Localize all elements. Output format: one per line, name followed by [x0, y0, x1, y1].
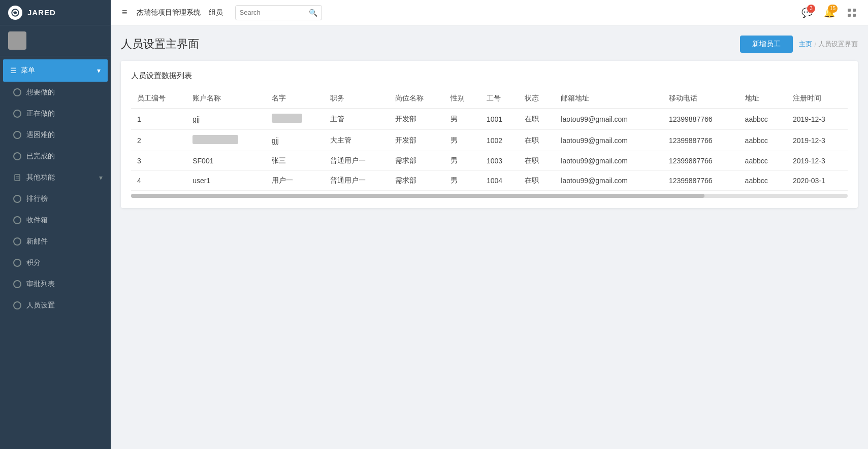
menu-icon: ☰	[10, 66, 17, 75]
hamburger-icon[interactable]: ≡	[119, 5, 131, 20]
nav-circle-icon	[13, 237, 21, 246]
table-cell: 在职	[519, 171, 555, 191]
nav-circle-icon	[13, 152, 21, 160]
sidebar-item-label: 想要做的	[26, 88, 55, 97]
table-cell: 需求部	[389, 171, 444, 191]
add-employee-button[interactable]: 新增员工	[740, 36, 793, 53]
sidebar-item-inbox[interactable]: 收件箱	[0, 210, 111, 231]
sidebar-item-other[interactable]: 其他功能 ▾	[0, 167, 111, 188]
table-cell: 开发部	[389, 130, 444, 151]
breadcrumb-current: 人员设置界面	[818, 40, 858, 49]
breadcrumb-home[interactable]: 主页	[799, 40, 812, 49]
table-cell: aabbcc	[739, 171, 787, 191]
chevron-down-icon: ▾	[97, 66, 101, 75]
sidebar-item-label: 正在做的	[26, 109, 55, 118]
table-cell: aabbcc	[739, 151, 787, 171]
page-title: 人员设置主界面	[121, 37, 199, 52]
search-input[interactable]	[240, 9, 306, 16]
svg-rect-5	[853, 9, 856, 12]
col-status: 状态	[519, 89, 555, 109]
app-logo	[8, 6, 22, 20]
sidebar-item-personnel[interactable]: 人员设置	[0, 295, 111, 316]
table-cell: 2019-12-3	[787, 109, 848, 130]
system-name: 杰瑞德项目管理系统	[137, 8, 201, 17]
table-row: 3SF001张三普通用户一需求部男1003在职laotou99@gmail.co…	[131, 151, 848, 171]
table-cell: 1002	[480, 130, 519, 151]
table-cell: 主管	[324, 109, 389, 130]
table-cell: 用户一	[266, 171, 324, 191]
table-cell: 2	[131, 130, 186, 151]
table-cell: 12399887766	[663, 109, 739, 130]
table-cell: gjj	[266, 130, 324, 151]
table-cell	[266, 109, 324, 130]
sidebar-item-label: 新邮件	[26, 237, 48, 246]
nav-circle-icon	[13, 280, 21, 288]
table-cell: 张三	[266, 151, 324, 171]
col-phone: 移动电话	[663, 89, 739, 109]
table-cell: 普通用户一	[324, 151, 389, 171]
topbar-nav-link[interactable]: 组员	[207, 8, 225, 17]
menu-header[interactable]: ☰ 菜单 ▾	[3, 59, 108, 82]
table-wrapper: 员工编号 账户名称 名字 职务 岗位名称 性别 工号 状态 邮箱地址 移动电话 …	[131, 89, 848, 198]
sidebar-item-label: 已完成的	[26, 152, 55, 161]
table-cell: 男	[444, 171, 480, 191]
svg-rect-7	[853, 14, 856, 17]
sidebar-header: JARED	[0, 0, 111, 25]
avatar	[8, 31, 26, 50]
sidebar-item-approval[interactable]: 审批列表	[0, 273, 111, 295]
sidebar-item-doing[interactable]: 正在做的	[0, 103, 111, 124]
col-name: 名字	[266, 89, 324, 109]
col-position: 岗位名称	[389, 89, 444, 109]
table-cell: gjj	[186, 109, 266, 130]
nav-circle-icon	[13, 88, 21, 96]
search-icon[interactable]: 🔍	[309, 9, 317, 17]
sidebar-item-new-mail[interactable]: 新邮件	[0, 231, 111, 252]
table-cell: 1	[131, 109, 186, 130]
sidebar-item-done[interactable]: 已完成的	[0, 146, 111, 167]
chevron-right-icon: ▾	[99, 174, 103, 182]
nav-circle-icon	[13, 259, 21, 267]
notification-badge: 3	[807, 5, 815, 13]
sidebar-item-want-to-do[interactable]: 想要做的	[0, 82, 111, 103]
table-row: 2gjj大主管开发部男1002在职laotou99@gmail.com12399…	[131, 130, 848, 151]
table-cell: 开发部	[389, 109, 444, 130]
sidebar-item-label: 积分	[26, 258, 41, 267]
breadcrumb-sep: /	[814, 41, 816, 48]
grid-icon-btn[interactable]	[844, 5, 860, 21]
col-reg-time: 注册时间	[787, 89, 848, 109]
table-cell: laotou99@gmail.com	[555, 109, 663, 130]
svg-rect-4	[848, 9, 851, 12]
notification-btn[interactable]: 💬 3	[799, 5, 815, 21]
table-cell: laotou99@gmail.com	[555, 171, 663, 191]
table-row: 4user1用户一普通用户一需求部男1004在职laotou99@gmail.c…	[131, 171, 848, 191]
table-cell: 2020-03-1	[787, 171, 848, 191]
col-num: 员工编号	[131, 89, 186, 109]
table-cell: 男	[444, 130, 480, 151]
table-row: 1gjj主管开发部男1001在职laotou99@gmail.com123998…	[131, 109, 848, 130]
sidebar-item-difficult[interactable]: 遇困难的	[0, 124, 111, 146]
col-work-id: 工号	[480, 89, 519, 109]
table-cell: 1003	[480, 151, 519, 171]
table-header-row: 员工编号 账户名称 名字 职务 岗位名称 性别 工号 状态 邮箱地址 移动电话 …	[131, 89, 848, 109]
breadcrumb: 主页 / 人员设置界面	[799, 40, 858, 49]
sidebar-item-label: 其他功能	[26, 173, 55, 182]
svg-rect-1	[15, 175, 20, 181]
page-header-right: 新增员工 主页 / 人员设置界面	[740, 36, 858, 53]
table-cell: 3	[131, 151, 186, 171]
sidebar-item-ranking[interactable]: 排行榜	[0, 188, 111, 210]
table-cell: 男	[444, 109, 480, 130]
alert-btn[interactable]: 🔔 15	[821, 5, 838, 21]
table-cell: 12399887766	[663, 151, 739, 171]
personnel-table: 员工编号 账户名称 名字 职务 岗位名称 性别 工号 状态 邮箱地址 移动电话 …	[131, 89, 848, 191]
alert-badge: 15	[828, 5, 838, 13]
menu-left: ☰ 菜单	[10, 66, 35, 75]
search-box: 🔍	[235, 5, 322, 20]
sidebar-item-label: 收件箱	[26, 216, 48, 225]
table-cell: 1004	[480, 171, 519, 191]
app-name: JARED	[27, 8, 56, 17]
page-header: 人员设置主界面 新增员工 主页 / 人员设置界面	[121, 36, 858, 53]
nav-circle-icon	[13, 110, 21, 118]
sidebar-user-section	[0, 25, 111, 56]
table-cell: SF001	[186, 151, 266, 171]
sidebar-item-points[interactable]: 积分	[0, 252, 111, 273]
